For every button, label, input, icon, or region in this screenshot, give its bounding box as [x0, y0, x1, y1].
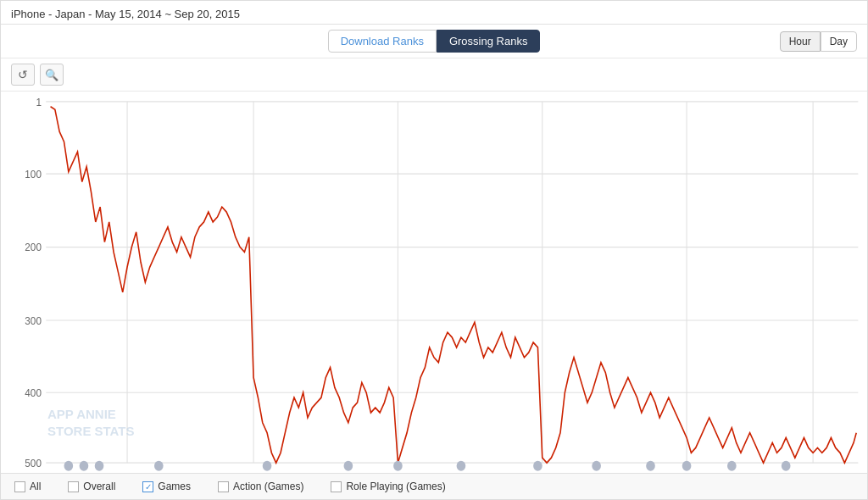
- download-ranks-tab[interactable]: Download Ranks: [328, 30, 437, 53]
- svg-text:1: 1: [36, 96, 42, 108]
- nav-dot[interactable]: [344, 461, 353, 471]
- nav-dot[interactable]: [95, 461, 104, 471]
- svg-text:400: 400: [25, 386, 42, 399]
- nav-dot[interactable]: [154, 461, 164, 471]
- games-checkbox[interactable]: ✓: [142, 481, 153, 492]
- nav-dot[interactable]: [64, 461, 74, 471]
- roleplaying-checkbox[interactable]: [331, 481, 342, 492]
- reset-icon: ↺: [18, 68, 28, 81]
- nav-dot[interactable]: [646, 461, 655, 471]
- svg-text:500: 500: [25, 457, 42, 469]
- action-checkbox[interactable]: [218, 481, 229, 492]
- all-checkbox[interactable]: [14, 481, 25, 492]
- legend-games[interactable]: ✓ Games: [142, 481, 191, 492]
- reset-zoom-button[interactable]: ↺: [11, 64, 35, 86]
- action-label: Action (Games): [233, 481, 303, 492]
- nav-dot[interactable]: [782, 461, 791, 471]
- nav-dot[interactable]: [682, 461, 692, 471]
- overall-label: Overall: [83, 481, 115, 492]
- grossing-ranks-tab[interactable]: Grossing Ranks: [437, 30, 540, 53]
- hour-tab[interactable]: Hour: [780, 31, 821, 52]
- svg-text:200: 200: [25, 242, 42, 254]
- rank-toggle: Download Ranks Grossing Ranks: [328, 30, 541, 53]
- watermark-line1: App Annie: [47, 406, 135, 423]
- legend-overall[interactable]: Overall: [68, 481, 115, 492]
- footer-legend: All Overall ✓ Games Action (Games) Role …: [1, 473, 867, 499]
- legend-action[interactable]: Action (Games): [218, 481, 303, 492]
- roleplaying-label: Role Playing (Games): [346, 481, 445, 492]
- rank-line: [51, 107, 857, 463]
- nav-dot[interactable]: [592, 461, 601, 471]
- nav-dot[interactable]: [393, 461, 403, 471]
- svg-text:100: 100: [25, 168, 42, 181]
- chart-area: 1 100 200 300 400 500 Jul 2014 Oct 2014 …: [1, 92, 867, 473]
- overall-checkbox[interactable]: [68, 481, 79, 492]
- svg-text:300: 300: [25, 314, 42, 327]
- nav-dot[interactable]: [80, 461, 89, 471]
- nav-dot[interactable]: [533, 461, 542, 471]
- toolbar: Download Ranks Grossing Ranks Hour Day: [1, 25, 867, 58]
- legend-all[interactable]: All: [14, 481, 41, 492]
- page-wrapper: iPhone - Japan - May 15, 2014 ~ Sep 20, …: [0, 0, 868, 500]
- chart-controls: ↺ 🔍: [1, 58, 867, 92]
- zoom-button[interactable]: 🔍: [40, 64, 64, 86]
- watermark-line2: Store Stats: [47, 423, 135, 440]
- zoom-icon: 🔍: [45, 69, 58, 81]
- time-toggle: Hour Day: [780, 31, 857, 52]
- nav-dot[interactable]: [263, 461, 272, 471]
- legend-roleplaying[interactable]: Role Playing (Games): [331, 481, 445, 492]
- all-label: All: [30, 481, 41, 492]
- nav-dot[interactable]: [457, 461, 466, 471]
- nav-dot[interactable]: [727, 461, 737, 471]
- page-title: iPhone - Japan - May 15, 2014 ~ Sep 20, …: [11, 8, 240, 20]
- header-bar: iPhone - Japan - May 15, 2014 ~ Sep 20, …: [1, 1, 867, 25]
- day-tab[interactable]: Day: [821, 31, 857, 52]
- watermark: App Annie Store Stats: [47, 406, 135, 439]
- games-label: Games: [158, 481, 191, 492]
